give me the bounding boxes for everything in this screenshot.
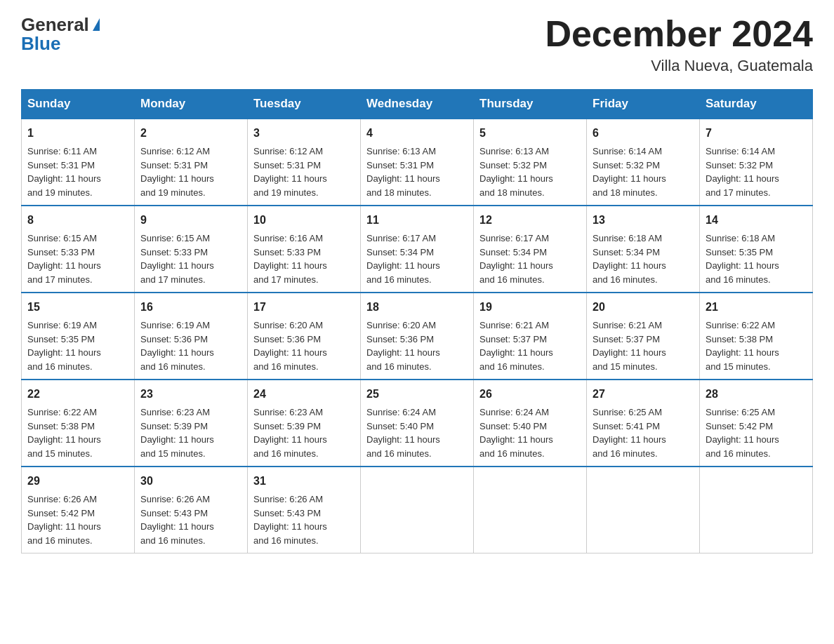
day-number: 27 [593,386,694,403]
calendar-cell: 31 Sunrise: 6:26 AMSunset: 5:43 PMDaylig… [248,467,361,554]
day-number: 25 [366,386,468,403]
calendar-cell: 25 Sunrise: 6:24 AMSunset: 5:40 PMDaylig… [361,380,474,467]
day-number: 11 [366,212,468,229]
calendar-cell: 28 Sunrise: 6:25 AMSunset: 5:42 PMDaylig… [700,380,813,467]
calendar-cell [700,467,813,554]
day-info: Sunrise: 6:25 AMSunset: 5:42 PMDaylight:… [706,407,779,459]
calendar-cell: 10 Sunrise: 6:16 AMSunset: 5:33 PMDaylig… [248,206,361,293]
calendar-header-wednesday: Wednesday [361,90,474,119]
calendar-header-thursday: Thursday [474,90,587,119]
day-number: 3 [253,125,355,142]
title-section: December 2024 Villa Nueva, Guatemala [545,14,813,75]
calendar-cell: 1 Sunrise: 6:11 AMSunset: 5:31 PMDayligh… [22,119,135,206]
day-info: Sunrise: 6:20 AMSunset: 5:36 PMDaylight:… [253,320,327,372]
month-title: December 2024 [545,14,813,54]
day-info: Sunrise: 6:22 AMSunset: 5:38 PMDaylight:… [27,407,101,459]
day-info: Sunrise: 6:14 AMSunset: 5:32 PMDaylight:… [706,146,779,198]
day-number: 31 [253,473,355,490]
calendar-cell: 8 Sunrise: 6:15 AMSunset: 5:33 PMDayligh… [22,206,135,293]
calendar-table: SundayMondayTuesdayWednesdayThursdayFrid… [21,89,813,554]
calendar-cell: 4 Sunrise: 6:13 AMSunset: 5:31 PMDayligh… [361,119,474,206]
day-info: Sunrise: 6:12 AMSunset: 5:31 PMDaylight:… [140,146,214,198]
calendar-cell: 20 Sunrise: 6:21 AMSunset: 5:37 PMDaylig… [587,293,700,380]
calendar-header-friday: Friday [587,90,700,119]
day-info: Sunrise: 6:24 AMSunset: 5:40 PMDaylight:… [366,407,440,459]
day-info: Sunrise: 6:26 AMSunset: 5:43 PMDaylight:… [253,494,327,546]
day-number: 16 [140,299,241,316]
day-info: Sunrise: 6:16 AMSunset: 5:33 PMDaylight:… [253,233,327,285]
calendar-cell: 27 Sunrise: 6:25 AMSunset: 5:41 PMDaylig… [587,380,700,467]
logo: General Blue [21,14,100,55]
day-number: 9 [140,212,241,229]
calendar-cell: 3 Sunrise: 6:12 AMSunset: 5:31 PMDayligh… [248,119,361,206]
day-info: Sunrise: 6:24 AMSunset: 5:40 PMDaylight:… [479,407,553,459]
day-number: 8 [27,212,128,229]
day-info: Sunrise: 6:18 AMSunset: 5:35 PMDaylight:… [706,233,779,285]
calendar-cell: 24 Sunrise: 6:23 AMSunset: 5:39 PMDaylig… [248,380,361,467]
calendar-cell: 9 Sunrise: 6:15 AMSunset: 5:33 PMDayligh… [135,206,248,293]
day-info: Sunrise: 6:17 AMSunset: 5:34 PMDaylight:… [479,233,553,285]
day-number: 1 [27,125,128,142]
day-number: 22 [27,386,128,403]
day-info: Sunrise: 6:18 AMSunset: 5:34 PMDaylight:… [593,233,666,285]
day-number: 24 [253,386,355,403]
page-header: General Blue December 2024 Villa Nueva, … [21,14,813,75]
calendar-cell [361,467,474,554]
calendar-cell: 29 Sunrise: 6:26 AMSunset: 5:42 PMDaylig… [22,467,135,554]
calendar-cell: 15 Sunrise: 6:19 AMSunset: 5:35 PMDaylig… [22,293,135,380]
day-info: Sunrise: 6:23 AMSunset: 5:39 PMDaylight:… [253,407,327,459]
calendar-cell: 5 Sunrise: 6:13 AMSunset: 5:32 PMDayligh… [474,119,587,206]
day-info: Sunrise: 6:12 AMSunset: 5:31 PMDaylight:… [253,146,327,198]
day-number: 5 [479,125,581,142]
day-info: Sunrise: 6:25 AMSunset: 5:41 PMDaylight:… [593,407,666,459]
calendar-cell: 22 Sunrise: 6:22 AMSunset: 5:38 PMDaylig… [22,380,135,467]
location-subtitle: Villa Nueva, Guatemala [545,57,813,75]
calendar-header-saturday: Saturday [700,90,813,119]
day-number: 6 [593,125,694,142]
calendar-header-tuesday: Tuesday [248,90,361,119]
calendar-week-row: 22 Sunrise: 6:22 AMSunset: 5:38 PMDaylig… [22,380,813,467]
day-number: 29 [27,473,128,490]
day-info: Sunrise: 6:21 AMSunset: 5:37 PMDaylight:… [593,320,666,372]
day-info: Sunrise: 6:26 AMSunset: 5:43 PMDaylight:… [140,494,214,546]
day-number: 21 [706,299,807,316]
day-number: 18 [366,299,468,316]
day-info: Sunrise: 6:14 AMSunset: 5:32 PMDaylight:… [593,146,666,198]
calendar-cell: 14 Sunrise: 6:18 AMSunset: 5:35 PMDaylig… [700,206,813,293]
day-number: 14 [706,212,807,229]
calendar-week-row: 1 Sunrise: 6:11 AMSunset: 5:31 PMDayligh… [22,119,813,206]
calendar-cell: 30 Sunrise: 6:26 AMSunset: 5:43 PMDaylig… [135,467,248,554]
calendar-cell: 2 Sunrise: 6:12 AMSunset: 5:31 PMDayligh… [135,119,248,206]
calendar-header-row: SundayMondayTuesdayWednesdayThursdayFrid… [22,90,813,119]
calendar-cell: 19 Sunrise: 6:21 AMSunset: 5:37 PMDaylig… [474,293,587,380]
calendar-cell: 18 Sunrise: 6:20 AMSunset: 5:36 PMDaylig… [361,293,474,380]
calendar-cell: 26 Sunrise: 6:24 AMSunset: 5:40 PMDaylig… [474,380,587,467]
calendar-cell: 13 Sunrise: 6:18 AMSunset: 5:34 PMDaylig… [587,206,700,293]
day-info: Sunrise: 6:15 AMSunset: 5:33 PMDaylight:… [140,233,214,285]
day-info: Sunrise: 6:17 AMSunset: 5:34 PMDaylight:… [366,233,440,285]
calendar-cell: 12 Sunrise: 6:17 AMSunset: 5:34 PMDaylig… [474,206,587,293]
day-info: Sunrise: 6:22 AMSunset: 5:38 PMDaylight:… [706,320,779,372]
calendar-cell [474,467,587,554]
day-info: Sunrise: 6:19 AMSunset: 5:35 PMDaylight:… [27,320,101,372]
day-number: 13 [593,212,694,229]
day-number: 15 [27,299,128,316]
day-info: Sunrise: 6:13 AMSunset: 5:32 PMDaylight:… [479,146,553,198]
day-info: Sunrise: 6:21 AMSunset: 5:37 PMDaylight:… [479,320,553,372]
logo-triangle-icon [93,18,100,31]
logo-blue-text: Blue [21,33,60,55]
calendar-cell: 23 Sunrise: 6:23 AMSunset: 5:39 PMDaylig… [135,380,248,467]
day-info: Sunrise: 6:15 AMSunset: 5:33 PMDaylight:… [27,233,101,285]
day-number: 19 [479,299,581,316]
day-number: 23 [140,386,241,403]
calendar-week-row: 29 Sunrise: 6:26 AMSunset: 5:42 PMDaylig… [22,467,813,554]
day-info: Sunrise: 6:23 AMSunset: 5:39 PMDaylight:… [140,407,214,459]
calendar-header-monday: Monday [135,90,248,119]
calendar-cell: 11 Sunrise: 6:17 AMSunset: 5:34 PMDaylig… [361,206,474,293]
day-info: Sunrise: 6:26 AMSunset: 5:42 PMDaylight:… [27,494,101,546]
day-number: 4 [366,125,468,142]
calendar-week-row: 8 Sunrise: 6:15 AMSunset: 5:33 PMDayligh… [22,206,813,293]
calendar-cell: 6 Sunrise: 6:14 AMSunset: 5:32 PMDayligh… [587,119,700,206]
day-info: Sunrise: 6:11 AMSunset: 5:31 PMDaylight:… [27,146,101,198]
day-number: 2 [140,125,241,142]
